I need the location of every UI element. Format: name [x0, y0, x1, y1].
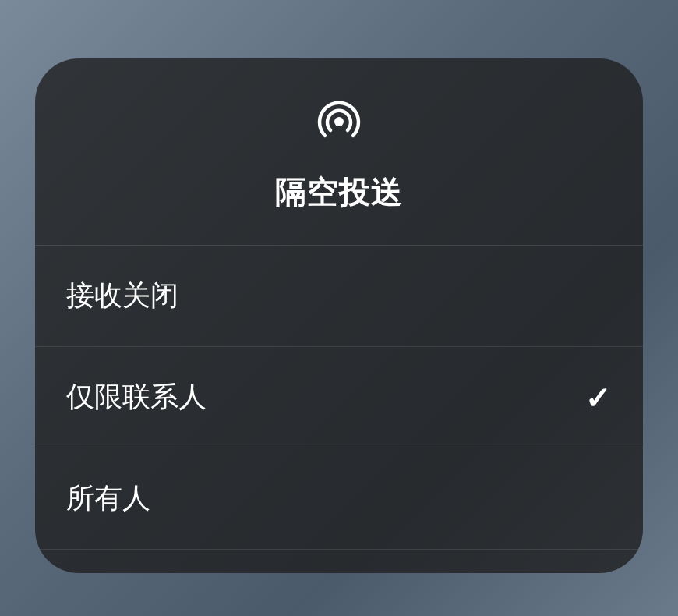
airdrop-panel: 隔空投送 接收关闭 ✓ 仅限联系人 ✓ 所有人 ✓: [35, 58, 643, 573]
svg-point-0: [334, 117, 344, 126]
option-label: 所有人: [66, 480, 150, 518]
option-receiving-off[interactable]: 接收关闭 ✓: [35, 246, 643, 347]
option-contacts-only[interactable]: 仅限联系人 ✓: [35, 347, 643, 448]
panel-header: 隔空投送: [35, 58, 643, 246]
options-list: 接收关闭 ✓ 仅限联系人 ✓ 所有人 ✓: [35, 246, 643, 573]
airdrop-icon: [315, 97, 363, 146]
checkmark-icon: ✓: [585, 380, 612, 416]
option-label: 接收关闭: [66, 277, 178, 315]
option-everyone[interactable]: 所有人 ✓: [35, 448, 643, 550]
option-label: 仅限联系人: [66, 378, 207, 416]
panel-title: 隔空投送: [275, 171, 403, 214]
